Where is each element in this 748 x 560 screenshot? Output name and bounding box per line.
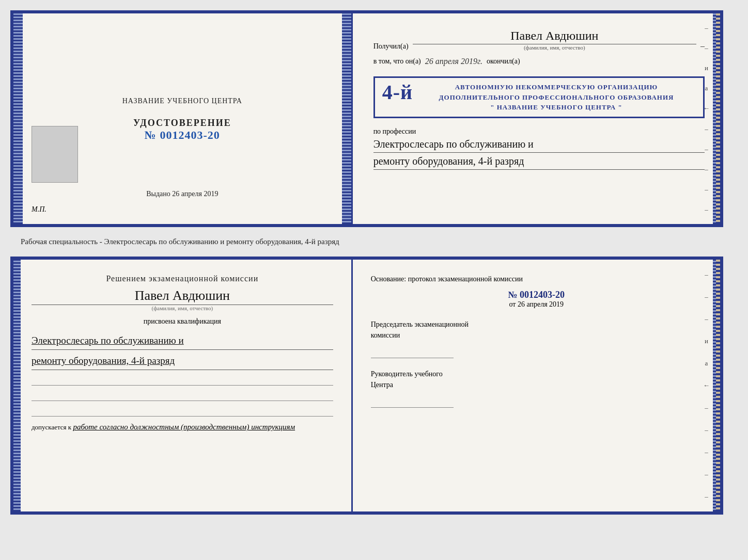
- blank-line-3: [32, 405, 333, 417]
- stamp-line3: ДОПОЛНИТЕЛЬНОГО ПРОФЕССИОНАЛЬНОГО ОБРАЗО…: [382, 92, 696, 103]
- left-strip-right: [342, 13, 351, 224]
- protocol-date-value: 26 апреля 2019: [518, 300, 564, 308]
- dash-3: и: [705, 64, 708, 72]
- protocol-number: № 0012403-20: [371, 290, 702, 300]
- top-document: НАЗВАНИЕ УЧЕБНОГО ЦЕНТРА УДОСТОВЕРЕНИЕ №…: [10, 10, 723, 227]
- head-label: Руководитель учебного Центра: [371, 369, 702, 390]
- training-center-name: НАЗВАНИЕ УЧЕБНОГО ЦЕНТРА: [122, 95, 242, 107]
- b-dash-2: –: [705, 293, 708, 301]
- protocol-date: от 26 апреля 2019: [371, 300, 702, 309]
- dash-5: ←: [703, 104, 710, 113]
- qualification-block: Электрослесарь по обслуживанию и ремонту…: [32, 330, 333, 370]
- dash-1: –: [705, 24, 708, 32]
- left-deco-bottom: [13, 260, 21, 511]
- in-that-label: в том, что он(а): [373, 57, 421, 66]
- blank-line-2: [32, 390, 333, 401]
- b-dash-10: –: [705, 470, 708, 478]
- side-dashes-bottom: – – – и а ← – – – – –: [703, 265, 710, 506]
- head-signature-line: [371, 396, 454, 408]
- blank-line-1: [32, 374, 333, 386]
- chairman-block: Председатель экзаменационной комиссии: [371, 319, 702, 358]
- spine-right: [716, 13, 720, 224]
- dash-10: –: [705, 205, 708, 214]
- admitted-block: допускается к работе согласно должностны…: [32, 423, 333, 431]
- profession-line1: Электрослесарь по обслуживанию и: [373, 136, 705, 153]
- dash-6: –: [705, 125, 708, 133]
- mp-label: М.П.: [32, 205, 46, 214]
- b-dash-5: а: [705, 359, 708, 367]
- qual-line1: Электрослесарь по обслуживанию и: [32, 332, 333, 350]
- issued-date: 26 апреля 2019: [172, 190, 218, 198]
- profession-line2: ремонту оборудования, 4-й разряд: [373, 153, 705, 170]
- side-dashes-top: – – и а ← – – – – –: [703, 19, 710, 219]
- right-page: Получил(а) Павел Авдюшин (фамилия, имя, …: [353, 13, 720, 224]
- chairman-signature-line: [371, 347, 454, 358]
- profession-section: по профессии Электрослесарь по обслужива…: [373, 127, 705, 170]
- date-prefix: от: [509, 300, 516, 308]
- bottom-left-page: Решением экзаменационной комиссии Павел …: [13, 260, 353, 511]
- dash-4: а: [705, 84, 708, 92]
- in-that-line: в том, что он(а) 26 апреля 2019г. окончи…: [373, 57, 705, 66]
- assigned-label: присвоена квалификация: [32, 317, 333, 326]
- stamp-box: 4-й АВТОНОМНУЮ НЕКОММЕРЧЕСКУЮ ОРГАНИЗАЦИ…: [373, 76, 705, 118]
- b-dash-3: –: [705, 315, 708, 323]
- dash-2: –: [705, 44, 708, 52]
- cert-title: УДОСТОВЕРЕНИЕ: [133, 118, 231, 129]
- stamp-text: АВТОНОМНУЮ НЕКОММЕРЧЕСКУЮ ОРГАНИЗАЦИЮ ДО…: [382, 82, 696, 113]
- chairman-label: Председатель экзаменационной комиссии: [371, 319, 702, 341]
- stamp-line4: " НАЗВАНИЕ УЧЕБНОГО ЦЕНТРА ": [382, 102, 696, 113]
- dash-8: –: [705, 165, 708, 173]
- issued-line: Выдано 26 апреля 2019: [146, 190, 218, 198]
- b-dash-9: –: [705, 448, 708, 456]
- middle-text: Рабочая специальность - Электрослесарь п…: [10, 233, 738, 250]
- left-strip-left: [13, 13, 23, 224]
- recipient-label: Получил(а): [373, 42, 409, 51]
- date-handwritten: 26 апреля 2019г.: [425, 57, 482, 66]
- stamp-number: 4-й: [382, 82, 413, 103]
- stamp-container: 4-й АВТОНОМНУЮ НЕКОММЕРЧЕСКУЮ ОРГАНИЗАЦИ…: [373, 74, 705, 118]
- admitted-label: допускается к: [32, 423, 71, 431]
- dash-7: –: [705, 145, 708, 153]
- bottom-document: Решением экзаменационной комиссии Павел …: [10, 257, 723, 515]
- left-page: НАЗВАНИЕ УЧЕБНОГО ЦЕНТРА УДОСТОВЕРЕНИЕ №…: [13, 13, 353, 224]
- qual-line2: ремонту оборудования, 4-й разряд: [32, 352, 333, 370]
- recipient-name: Павел Авдюшин: [413, 29, 696, 44]
- photo-placeholder: [32, 126, 78, 183]
- issued-label: Выдано: [146, 190, 170, 198]
- page-wrapper: НАЗВАНИЕ УЧЕБНОГО ЦЕНТРА УДОСТОВЕРЕНИЕ №…: [10, 10, 738, 515]
- spine-bottom-right: [716, 260, 720, 511]
- decision-label: Решением экзаменационной комиссии: [32, 273, 333, 285]
- b-dash-8: –: [705, 426, 708, 434]
- b-dash-4: и: [705, 337, 708, 345]
- recipient-name-block: Павел Авдюшин (фамилия, имя, отчество): [413, 29, 696, 51]
- fio-label-top: (фамилия, имя, отчество): [524, 44, 585, 51]
- fio-label-bottom: (фамилия, имя, отчество): [32, 305, 333, 311]
- admitted-text: работе согласно должностным (производств…: [73, 423, 295, 431]
- profession-label: по профессии: [373, 127, 416, 135]
- b-dash-1: –: [705, 270, 708, 279]
- cert-number: № 0012403-20: [145, 129, 220, 142]
- b-dash-7: –: [705, 404, 708, 412]
- head-block: Руководитель учебного Центра: [371, 369, 702, 408]
- bottom-right-page: Основание: протокол экзаменационной коми…: [353, 260, 720, 511]
- b-dash-11: –: [705, 492, 708, 501]
- finished-label: окончил(а): [487, 57, 520, 66]
- person-name-bottom: Павел Авдюшин: [32, 288, 333, 305]
- middle-text-content: Рабочая специальность - Электрослесарь п…: [21, 237, 339, 246]
- b-dash-6: ←: [703, 381, 710, 390]
- dash-9: –: [705, 185, 708, 194]
- basis-label: Основание: протокол экзаменационной коми…: [371, 273, 702, 285]
- recipient-line: Получил(а) Павел Авдюшин (фамилия, имя, …: [373, 24, 705, 51]
- stamp-line2: АВТОНОМНУЮ НЕКОММЕРЧЕСКУЮ ОРГАНИЗАЦИЮ: [382, 82, 696, 92]
